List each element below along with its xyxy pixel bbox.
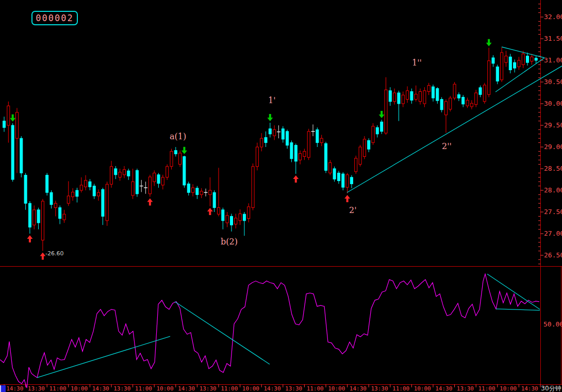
candle-body [381, 122, 383, 132]
candle-body [37, 210, 40, 223]
candle-body [505, 56, 507, 63]
candle-body [222, 210, 224, 221]
buy-arrow-icon [344, 195, 350, 202]
trading-app-window: 000002 32.0031.5031.0030.5030.0029.5029.… [0, 0, 562, 392]
candle-body [93, 186, 95, 196]
candle-body [85, 181, 87, 187]
candle-body [350, 177, 353, 184]
candle-body [114, 169, 117, 175]
candle-body [3, 121, 6, 128]
candle-body [153, 173, 156, 182]
candle-body [385, 90, 387, 133]
candle-body [127, 171, 130, 176]
candle-body [166, 167, 169, 177]
candle-body [131, 182, 134, 195]
symbol-code-box[interactable]: 000002 [31, 11, 78, 25]
candle-body [226, 216, 228, 223]
candle-body [432, 87, 435, 98]
candle-body [419, 92, 422, 102]
oscillator-trendline [175, 302, 270, 364]
candle-body [11, 125, 14, 179]
candle-body [247, 207, 250, 219]
candle-body [46, 175, 48, 193]
candle-body [33, 210, 36, 225]
candle-body [80, 185, 82, 190]
candle-body [136, 170, 138, 193]
candle-body [97, 192, 100, 196]
candle-body [218, 208, 220, 215]
candle-body [496, 67, 499, 81]
candle-body [72, 192, 74, 197]
candle-body [110, 167, 113, 184]
candle-body [376, 127, 378, 134]
candle-body [290, 143, 293, 159]
candle-body [423, 91, 426, 104]
candle-body [63, 214, 65, 220]
candle-body [183, 157, 186, 185]
candle-body [509, 57, 511, 70]
candle-body [320, 138, 323, 142]
candle-body [475, 93, 477, 105]
candle-body [252, 167, 254, 208]
candle-body [342, 174, 344, 187]
candle-body [282, 129, 284, 139]
sell-arrow-icon [267, 114, 273, 121]
candle-body [209, 190, 211, 194]
candle-body [355, 158, 357, 172]
candle-body [76, 190, 78, 197]
candle-body [325, 143, 327, 170]
candle-body [41, 201, 44, 240]
candle-body [161, 177, 164, 185]
candle-body [440, 100, 443, 110]
candle-body [54, 203, 57, 207]
candle-body [192, 188, 194, 192]
candle-body [333, 169, 336, 179]
candle-body [28, 203, 31, 227]
candle-body [299, 154, 302, 160]
candle-body [479, 88, 482, 94]
candle-body [119, 172, 121, 177]
candle-body [24, 175, 27, 204]
candle-body [389, 91, 391, 102]
candle-body [256, 147, 258, 167]
interval-label[interactable]: 30分钟 [541, 384, 561, 392]
sell-arrow-icon [181, 147, 187, 154]
candle-body [427, 86, 430, 92]
panel-borders [0, 0, 562, 385]
candle-body [535, 58, 537, 60]
candle-body [239, 214, 241, 220]
candle-body [123, 170, 126, 175]
candle-body [273, 129, 276, 136]
candle-body [243, 214, 245, 221]
candle-body [466, 100, 469, 106]
candle-body [436, 89, 439, 101]
candle-body [402, 95, 404, 104]
candle-body [286, 132, 289, 145]
buy-arrow-icon [147, 199, 153, 206]
buy-arrow-icon [40, 253, 45, 260]
candle-body [457, 94, 460, 98]
sell-arrow-icon [10, 115, 15, 122]
candle-body [59, 208, 61, 219]
candle-body [265, 138, 267, 143]
candle-body [294, 145, 297, 161]
candle-body [102, 189, 104, 216]
oscillator-trendline [487, 274, 540, 309]
candle-body [449, 98, 452, 109]
candle-body [316, 129, 319, 142]
candle-body [307, 132, 310, 157]
candle-body [329, 162, 332, 173]
candle-body [483, 85, 486, 102]
candle-body [363, 139, 366, 157]
candle-body [415, 94, 417, 100]
buy-arrow-icon [27, 235, 32, 242]
candle-body [338, 173, 340, 181]
candle-body [20, 138, 23, 173]
candle-body [106, 184, 108, 221]
candle-body [406, 91, 409, 100]
candle-body [174, 151, 177, 154]
candle-body [346, 175, 349, 187]
candle-body [179, 153, 181, 165]
candle-body [269, 129, 271, 134]
candle-body [260, 138, 263, 147]
